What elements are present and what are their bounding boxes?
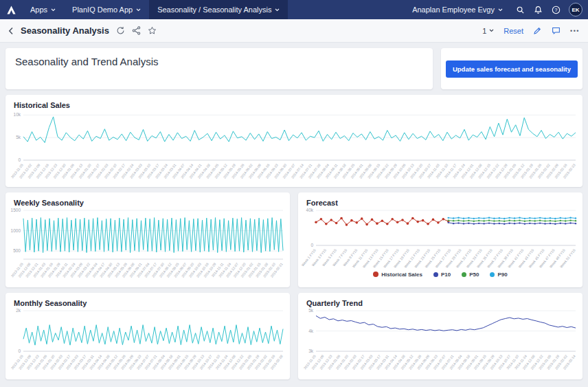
legend-dot-p90 — [490, 272, 495, 277]
svg-text:2k: 2k — [16, 308, 21, 313]
page-path-menu[interactable]: Seasonality / Seasonality Analysis — [149, 0, 288, 19]
header-row: Seasonality and Trend Analysis Update sa… — [5, 48, 583, 89]
middle-row: Weekly Seasonality 500100015002013-11-25… — [5, 192, 583, 287]
forecast-card: Forecast 040kWeek 1 FY15Week 3 FY15Week … — [298, 192, 583, 287]
chevron-down-icon — [136, 8, 141, 12]
legend-label-p50: P50 — [469, 272, 479, 278]
svg-text:0: 0 — [18, 349, 21, 353]
back-button[interactable] — [8, 27, 14, 35]
svg-text:40k: 40k — [306, 208, 314, 212]
page-toolbar: Seasonality Analysis 1 Reset ••• — [0, 19, 588, 43]
svg-text:500: 500 — [13, 248, 21, 253]
legend-label-p10: P10 — [441, 272, 451, 278]
svg-text:10k: 10k — [14, 112, 21, 117]
app-name-label: PlanIQ Demo App — [72, 5, 133, 14]
bottom-row: Monthly Seasonality 02k2013-11-252013-12… — [5, 293, 583, 379]
legend-dot-p50 — [462, 272, 466, 277]
legend-label-historical: Historical Sales — [381, 272, 422, 278]
help-icon: ? — [552, 5, 561, 14]
forecast-title: Forecast — [306, 199, 574, 207]
svg-text:?: ? — [554, 7, 557, 12]
weekly-seasonality-title: Weekly Seasonality — [14, 199, 282, 207]
chevron-down-icon — [275, 8, 280, 12]
svg-text:1000: 1000 — [11, 228, 21, 233]
refresh-icon — [116, 26, 125, 35]
svg-text:5k: 5k — [308, 308, 314, 313]
share-icon — [132, 26, 141, 35]
legend-item-p90[interactable]: P90 — [490, 272, 507, 278]
svg-text:4k: 4k — [308, 329, 314, 333]
forecast-legend: Historical Sales P10 P50 P90 — [298, 269, 583, 280]
notifications-button[interactable] — [529, 0, 547, 19]
anaplan-logo[interactable] — [0, 0, 22, 19]
comment-icon — [552, 26, 561, 35]
historical-sales-title: Historical Sales — [14, 101, 574, 109]
svg-text:1500: 1500 — [11, 208, 21, 212]
pencil-icon — [533, 26, 542, 35]
search-button[interactable] — [511, 0, 529, 19]
apps-menu-label: Apps — [30, 5, 47, 14]
anaplan-logo-icon — [6, 5, 16, 15]
legend-dot-p10 — [433, 272, 438, 277]
svg-text:0: 0 — [310, 243, 313, 247]
quarterly-trend-chart[interactable]: 3k4k5k2013-11-252013-12-092013-12-232014… — [298, 307, 583, 376]
toolbar-right: 1 Reset ••• — [482, 26, 580, 35]
quarterly-trend-card: Quarterly Trend 3k4k5k2013-11-252013-12-… — [298, 293, 583, 379]
star-icon — [148, 26, 157, 35]
refresh-button[interactable] — [116, 26, 125, 35]
forecast-chart[interactable]: 040kWeek 1 FY15Week 3 FY15Week 5 FY15Wee… — [298, 207, 583, 269]
monthly-seasonality-title: Monthly Seasonality — [14, 299, 282, 307]
svg-text:0: 0 — [18, 157, 21, 162]
legend-dot-historical — [373, 272, 378, 277]
page-selector-value: 1 — [482, 27, 486, 35]
monthly-seasonality-card: Monthly Seasonality 02k2013-11-252013-12… — [5, 293, 290, 379]
chevron-left-icon — [8, 27, 14, 35]
dashboard-title-card: Seasonality and Trend Analysis — [5, 48, 433, 89]
reset-button[interactable]: Reset — [504, 27, 523, 35]
weekly-seasonality-card: Weekly Seasonality 500100015002013-11-25… — [5, 192, 290, 287]
bell-icon — [534, 5, 543, 14]
page-path-label: Seasonality / Seasonality Analysis — [157, 5, 271, 14]
user-menu-label: Anaplan Employee Evgy — [412, 5, 495, 14]
historical-sales-chart[interactable]: 05k10k2013-11-252013-12-022013-12-092013… — [5, 109, 583, 184]
weekly-seasonality-chart[interactable]: 500100015002013-11-252013-12-082013-12-2… — [5, 207, 290, 284]
monthly-seasonality-chart[interactable]: 02k2013-11-252013-12-092013-12-232014-01… — [5, 307, 290, 376]
user-avatar[interactable]: EK — [569, 3, 583, 16]
nav-left: Apps PlanIQ Demo App Seasonality / Seaso… — [0, 0, 288, 19]
share-button[interactable] — [132, 26, 141, 35]
top-nav: Apps PlanIQ Demo App Seasonality / Seaso… — [0, 0, 588, 19]
chevron-down-icon — [498, 8, 503, 12]
more-options-button[interactable]: ••• — [570, 27, 580, 34]
app-name-menu[interactable]: PlanIQ Demo App — [64, 0, 149, 19]
comments-button[interactable] — [552, 26, 561, 35]
user-menu[interactable]: Anaplan Employee Evgy — [404, 0, 511, 19]
quarterly-trend-title: Quarterly Trend — [306, 299, 574, 307]
favorite-button[interactable] — [148, 26, 157, 35]
dashboard-content: Seasonality and Trend Analysis Update sa… — [0, 43, 588, 385]
legend-item-p10[interactable]: P10 — [433, 272, 451, 278]
svg-text:3k: 3k — [308, 349, 314, 353]
nav-right: Anaplan Employee Evgy ? EK — [404, 0, 583, 19]
help-button[interactable]: ? — [547, 0, 565, 19]
search-icon — [516, 5, 525, 14]
dashboard-title: Seasonality and Trend Analysis — [15, 56, 423, 67]
legend-item-p50[interactable]: P50 — [462, 272, 479, 278]
legend-item-historical-sales[interactable]: Historical Sales — [373, 272, 422, 278]
update-forecast-button[interactable]: Update sales forecast and seasonality — [446, 60, 578, 78]
apps-menu[interactable]: Apps — [22, 0, 64, 19]
page-selector-dropdown[interactable]: 1 — [482, 27, 494, 35]
legend-label-p90: P90 — [497, 272, 507, 278]
chevron-down-icon — [489, 29, 494, 32]
toolbar-left: Seasonality Analysis — [8, 25, 157, 36]
edit-button[interactable] — [533, 26, 542, 35]
svg-text:5k: 5k — [16, 135, 21, 140]
chevron-down-icon — [51, 8, 56, 12]
historical-sales-card: Historical Sales 05k10k2013-11-252013-12… — [5, 95, 583, 187]
page-title: Seasonality Analysis — [21, 25, 109, 36]
action-card: Update sales forecast and seasonality — [441, 48, 583, 89]
